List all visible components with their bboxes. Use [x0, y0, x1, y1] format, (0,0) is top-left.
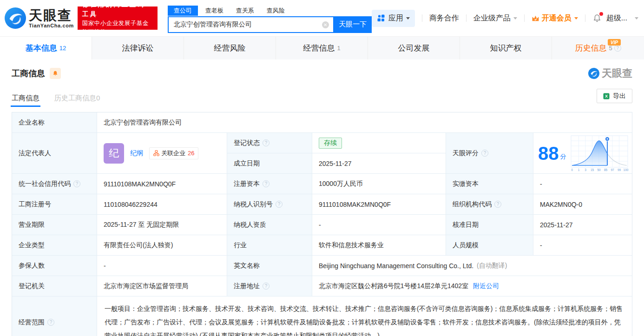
subtab-business-info[interactable]: 工商信息	[12, 94, 39, 103]
table-row: 参保人数 - 英文名称 Beijing Ningchuang Managemen…	[12, 256, 632, 276]
search-button[interactable]: 天眼一下	[334, 16, 372, 33]
nearby-companies-link[interactable]: 附近公司	[473, 282, 499, 290]
notifications-bell[interactable]	[592, 13, 602, 23]
reg-capital-label: 注册资本	[234, 180, 260, 188]
svg-text:15: 15	[590, 168, 594, 171]
export-button[interactable]: X 导出	[597, 89, 632, 103]
svg-text:0: 0	[571, 168, 573, 171]
help-icon[interactable]: ?	[47, 319, 54, 326]
chevron-down-icon	[513, 17, 517, 20]
reg-status-label-cell: 登记状态 ?	[227, 133, 312, 153]
search-tab-relation[interactable]: 查关系	[236, 7, 254, 15]
tab-basic-info[interactable]: 基本信息 12	[0, 37, 92, 59]
tab-company-development[interactable]: 公司发展	[368, 37, 460, 59]
search-tab-risk[interactable]: 查风险	[267, 7, 285, 15]
tab-label: 历史信息	[575, 43, 606, 53]
org-code-label-cell: 组织机构代码 ?	[446, 194, 533, 214]
section-title: 工商信息	[12, 68, 45, 79]
nav-apps[interactable]: 应用	[372, 10, 415, 27]
tab-label: 公司发展	[398, 43, 430, 53]
table-row: 工商注册号 110108046229244 纳税人识别号 ? 91110108M…	[12, 194, 632, 215]
help-icon[interactable]: ?	[73, 180, 80, 187]
legal-rep-label: 法定代表人	[12, 133, 97, 173]
bell-icon	[52, 70, 59, 77]
taxpayer-id-value: 91110108MAK2MN0Q0F	[312, 194, 446, 214]
tianyancha-logo[interactable]: 天眼查 TianYanCha.com	[5, 7, 74, 29]
svg-text:50: 50	[597, 168, 601, 171]
help-icon[interactable]: ?	[614, 45, 621, 52]
vip-badge: VIP	[608, 39, 621, 46]
address-cell: 北京市海淀区魏公村路6号院1号楼14层2单元1402室 附近公司	[312, 276, 632, 296]
nav-cooperation[interactable]: 商务合作	[429, 13, 459, 23]
svg-text:3: 3	[585, 168, 586, 171]
score-label: 天眼评分	[453, 149, 479, 158]
staff-size-label: 人员规模	[446, 235, 533, 255]
nav-super-vip[interactable]: 超级...	[606, 13, 638, 23]
taxpayer-quality-label: 纳税人资质	[227, 215, 312, 235]
address-label: 注册地址	[234, 282, 260, 290]
chevron-down-icon	[574, 17, 578, 20]
tab-operating-risk[interactable]: 经营风险	[184, 37, 276, 59]
header-nav: 应用 商务合作 企业级产品 开通会员 超级...	[372, 10, 644, 27]
clear-search-icon[interactable]: ✕	[322, 21, 329, 28]
org-chart-icon	[153, 150, 159, 156]
paid-capital-label: 实缴资本	[446, 174, 533, 194]
related-companies-label: 关联企业	[161, 149, 185, 158]
help-icon[interactable]: ?	[263, 139, 269, 146]
nav-open-vip[interactable]: 开通会员	[532, 13, 578, 23]
subscribe-bell-button[interactable]	[50, 68, 61, 79]
approval-date-value: 2025-11-27	[533, 215, 632, 235]
subtab-history-business-info[interactable]: 历史工商信息0	[54, 94, 100, 103]
tianyancha-watermark-icon	[588, 68, 599, 79]
auto-translate-note: (自动翻译)	[477, 262, 507, 270]
reg-capital-value: 10000万人民币	[312, 174, 446, 194]
nav-enterprise[interactable]: 企业级产品	[473, 13, 517, 23]
company-name-label: 企业名称	[12, 112, 97, 132]
divider	[585, 14, 585, 22]
help-icon[interactable]: ?	[263, 283, 269, 290]
avatar[interactable]: 纪	[104, 143, 124, 164]
search-input-value: 北京宁创管理咨询有限公司	[174, 20, 252, 29]
help-icon[interactable]: ?	[481, 150, 488, 157]
help-icon[interactable]: ?	[494, 201, 501, 208]
en-name-value: Beijing Ningchuang Management Consulting…	[319, 262, 473, 270]
brand-slogan: 都在用的商业查询工具 国家中小企业发展子基金旗下机构	[78, 7, 158, 30]
related-companies-badge[interactable]: 关联企业 26	[149, 147, 198, 159]
tab-count: 5	[609, 45, 612, 52]
search-tab-boss[interactable]: 查老板	[205, 7, 223, 15]
est-date-label: 成立日期	[227, 153, 312, 173]
est-date-value: 2025-11-27	[312, 153, 446, 173]
approval-date-label: 核准日期	[446, 215, 533, 235]
tab-history-info[interactable]: 历史信息 5 ? VIP	[552, 37, 644, 59]
scope-label-cell: 经营范围 ?	[12, 296, 97, 336]
slogan-line2: 国家中小企业发展子基金旗下机构	[82, 19, 153, 37]
nav-open-vip-label: 开通会员	[542, 13, 572, 23]
legal-rep-cell: 纪 纪纲 关联企业 26	[97, 133, 227, 173]
biz-term-label: 营业期限	[12, 215, 97, 235]
company-type-value: 有限责任公司(法人独资)	[97, 235, 227, 255]
table-row: 企业类型 有限责任公司(法人独资) 行业 软件和信息技术服务业 人员规模 -	[12, 235, 632, 256]
taxpayer-quality-value: -	[312, 215, 446, 235]
help-icon[interactable]: ?	[276, 201, 283, 208]
help-icon[interactable]: ?	[263, 180, 269, 187]
score-distribution-chart: 0131550859799100	[570, 135, 630, 172]
tab-intellectual-property[interactable]: 知识产权	[460, 37, 552, 59]
reg-status-label: 登记状态	[234, 139, 260, 147]
search-input[interactable]: 北京宁创管理咨询有限公司 ✕	[168, 16, 334, 33]
search-area: 查公司 查老板 查关系 查风险 北京宁创管理咨询有限公司 ✕ 天眼一下	[168, 6, 372, 33]
export-label: 导出	[613, 92, 626, 100]
tab-label: 法律诉讼	[122, 43, 154, 53]
svg-text:97: 97	[611, 168, 614, 171]
score-value: 88	[538, 144, 559, 163]
staff-size-value: -	[533, 235, 632, 255]
taxpayer-id-label: 纳税人识别号	[234, 200, 273, 209]
search-tab-company[interactable]: 查公司	[168, 6, 198, 16]
tab-legal-proceedings[interactable]: 法律诉讼	[92, 37, 184, 59]
legal-rep-link[interactable]: 纪纲	[130, 149, 143, 158]
excel-icon: X	[603, 93, 610, 99]
svg-text:85: 85	[604, 168, 607, 171]
score-label-cell: 天眼评分 ?	[446, 133, 533, 173]
business-info-section: 工商信息 天眼查 工商信息 历史工商信息0 X 导出	[0, 66, 644, 336]
table-row: 营业期限 2025-11-27 至 无固定期限 纳税人资质 - 核准日期 202…	[12, 215, 632, 235]
tab-operating-info[interactable]: 经营信息 1	[276, 37, 368, 59]
